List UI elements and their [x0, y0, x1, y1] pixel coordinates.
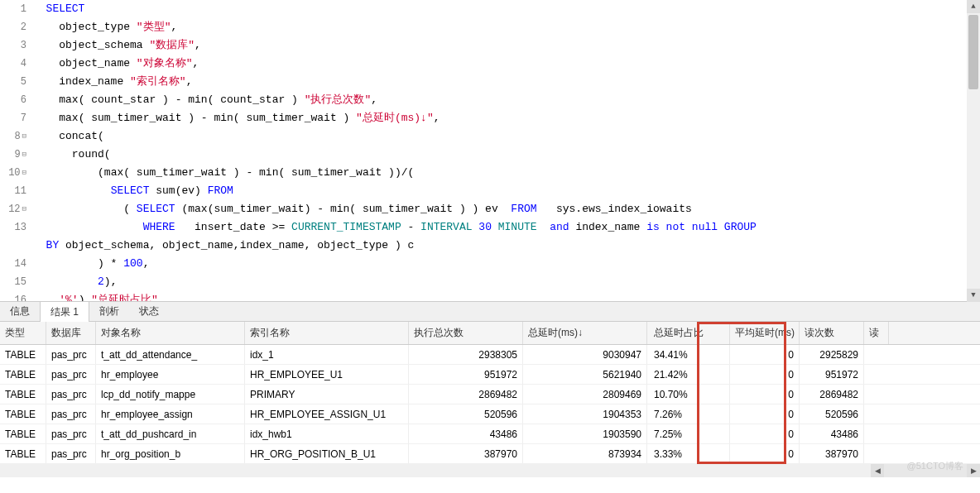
cell-idx: HR_EMPLOYEE_ASSIGN_U1 — [245, 404, 409, 424]
cell-avg: 0 — [730, 365, 800, 384]
cell-pct: 3.33% — [647, 444, 730, 463]
cell-obj: hr_employee — [96, 365, 245, 384]
cell-idx: idx_1 — [245, 345, 409, 364]
scroll-down-icon[interactable]: ▼ — [967, 289, 980, 302]
line-number: 3 — [0, 36, 26, 55]
cell-exec: 2938305 — [409, 345, 523, 364]
vertical-scrollbar[interactable]: ▲ ▼ — [967, 0, 980, 302]
code-line[interactable]: object_schema "数据库", — [33, 36, 980, 55]
scrollbar-thumb[interactable] — [968, 15, 978, 89]
cell-reads: 951972 — [800, 365, 864, 384]
h-scrollbar[interactable]: ◀ ▶ — [0, 464, 980, 477]
line-number: 5 — [0, 73, 26, 91]
line-number: 14 — [0, 255, 26, 273]
code-line[interactable]: round( — [33, 146, 980, 164]
cell-delay: 1903590 — [523, 424, 647, 443]
code-line[interactable]: concat( — [33, 127, 980, 146]
cell-schema: pas_prc — [46, 424, 96, 443]
cell-reads: 387970 — [800, 444, 864, 463]
code-line[interactable]: max( count_star ) - min( count_star ) "执… — [33, 91, 980, 109]
code-line[interactable]: (max( sum_timer_wait ) - min( sum_timer_… — [33, 164, 980, 182]
grid-body: TABLEpas_prct_att_dd_attendance_idx_1293… — [0, 345, 980, 464]
table-row[interactable]: TABLEpas_prclcp_dd_notify_mappePRIMARY28… — [0, 385, 980, 404]
cell-reads: 43486 — [800, 424, 864, 443]
cell-idx: PRIMARY — [245, 385, 409, 404]
column-header[interactable]: 总延时(ms)↓ — [523, 322, 647, 344]
code-line[interactable]: 2), — [33, 273, 980, 291]
cell-schema: pas_prc — [46, 345, 96, 364]
line-number: 12⊟ — [0, 200, 26, 218]
cell-schema: pas_prc — [46, 404, 96, 424]
cell-type: TABLE — [0, 424, 46, 443]
tab-信息[interactable]: 信息 — [0, 301, 40, 322]
table-row[interactable]: TABLEpas_prchr_employee_assignHR_EMPLOYE… — [0, 404, 980, 424]
code-line[interactable]: BY object_schema, object_name,index_name… — [33, 237, 980, 255]
cell-delay: 9030947 — [523, 345, 647, 364]
cell-exec: 951972 — [409, 365, 523, 384]
cell-avg: 0 — [730, 444, 800, 463]
line-number: 15 — [0, 273, 26, 291]
table-row[interactable]: TABLEpas_prct_att_dd_attendance_idx_1293… — [0, 345, 980, 365]
results-grid: 类型数据库对象名称索引名称执行总次数总延时(ms)↓总延时占比平均延时(ms)读… — [0, 322, 980, 477]
line-number: 8⊟ — [0, 127, 26, 146]
table-row[interactable]: TABLEpas_prct_att_dd_pushcard_inidx_hwb1… — [0, 424, 980, 444]
column-header[interactable]: 总延时占比 — [647, 322, 730, 344]
scroll-right-icon[interactable]: ▶ — [967, 464, 980, 477]
column-header[interactable]: 平均延时(ms) — [730, 322, 800, 344]
code-line[interactable]: object_name "对象名称", — [33, 55, 980, 73]
line-number — [0, 237, 26, 255]
tab-剖析[interactable]: 剖析 — [89, 301, 129, 322]
cell-reads: 2869482 — [800, 385, 864, 404]
column-header[interactable]: 索引名称 — [245, 322, 409, 344]
code-line[interactable]: max( sum_timer_wait ) - min( sum_timer_w… — [33, 109, 980, 127]
cell-avg: 0 — [730, 404, 800, 424]
column-header[interactable]: 对象名称 — [96, 322, 245, 344]
cell-avg: 0 — [730, 385, 800, 404]
code-line[interactable]: ) * 100, — [33, 255, 980, 273]
code-line[interactable]: object_type "类型", — [33, 18, 980, 36]
scroll-left-icon[interactable]: ◀ — [871, 464, 884, 477]
column-header[interactable]: 类型 — [0, 322, 46, 344]
line-number: 10⊟ — [0, 164, 26, 182]
tab-状态[interactable]: 状态 — [129, 301, 169, 322]
cell-schema: pas_prc — [46, 444, 96, 463]
cell-delay: 5621940 — [523, 365, 647, 384]
code-line[interactable]: index_name "索引名称", — [33, 73, 980, 91]
result-tabs: 信息结果 1剖析状态 — [0, 302, 980, 322]
code-line[interactable]: SELECT sum(ev) FROM — [33, 182, 980, 200]
column-header[interactable]: 读 — [864, 322, 889, 344]
cell-pct: 21.42% — [647, 365, 730, 384]
code-line[interactable]: '%') "总延时占比", — [33, 291, 980, 301]
cell-obj: t_att_dd_attendance_ — [96, 345, 245, 364]
line-number: 2 — [0, 18, 26, 36]
watermark: @51CTO博客 — [907, 460, 963, 472]
cell-delay: 1904353 — [523, 404, 647, 424]
cell-exec: 387970 — [409, 444, 523, 463]
cell-idx: idx_hwb1 — [245, 424, 409, 443]
code-line[interactable]: WHERE insert_date >= CURRENT_TIMESTAMP -… — [33, 218, 980, 237]
code-line[interactable]: SELECT — [33, 0, 980, 18]
code-area[interactable]: SELECT object_type "类型", object_schema "… — [33, 0, 980, 301]
cell-obj: t_att_dd_pushcard_in — [96, 424, 245, 443]
table-row[interactable]: TABLEpas_prchr_org_position_bHR_ORG_POSI… — [0, 444, 980, 464]
cell-pct: 34.41% — [647, 345, 730, 364]
column-header[interactable]: 数据库 — [46, 322, 96, 344]
line-gutter: 12345678⊟9⊟10⊟1112⊟13 141516 — [0, 0, 33, 301]
table-row[interactable]: TABLEpas_prchr_employeeHR_EMPLOYEE_U1951… — [0, 365, 980, 385]
cell-exec: 520596 — [409, 404, 523, 424]
cell-obj: hr_employee_assign — [96, 404, 245, 424]
column-header[interactable]: 读次数 — [800, 322, 864, 344]
cell-exec: 2869482 — [409, 385, 523, 404]
cell-obj: lcp_dd_notify_mappe — [96, 385, 245, 404]
tab-结果 1[interactable]: 结果 1 — [40, 301, 89, 323]
cell-schema: pas_prc — [46, 365, 96, 384]
cell-delay: 873934 — [523, 444, 647, 463]
code-line[interactable]: ( SELECT (max(sum_timer_wait) - min( sum… — [33, 200, 980, 218]
cell-type: TABLE — [0, 345, 46, 364]
grid-header-row: 类型数据库对象名称索引名称执行总次数总延时(ms)↓总延时占比平均延时(ms)读… — [0, 322, 980, 345]
line-number: 4 — [0, 55, 26, 73]
cell-pct: 10.70% — [647, 385, 730, 404]
column-header[interactable]: 执行总次数 — [409, 322, 523, 344]
scroll-up-icon[interactable]: ▲ — [967, 0, 980, 13]
sql-editor[interactable]: 12345678⊟9⊟10⊟1112⊟13 141516 SELECT obje… — [0, 0, 980, 302]
